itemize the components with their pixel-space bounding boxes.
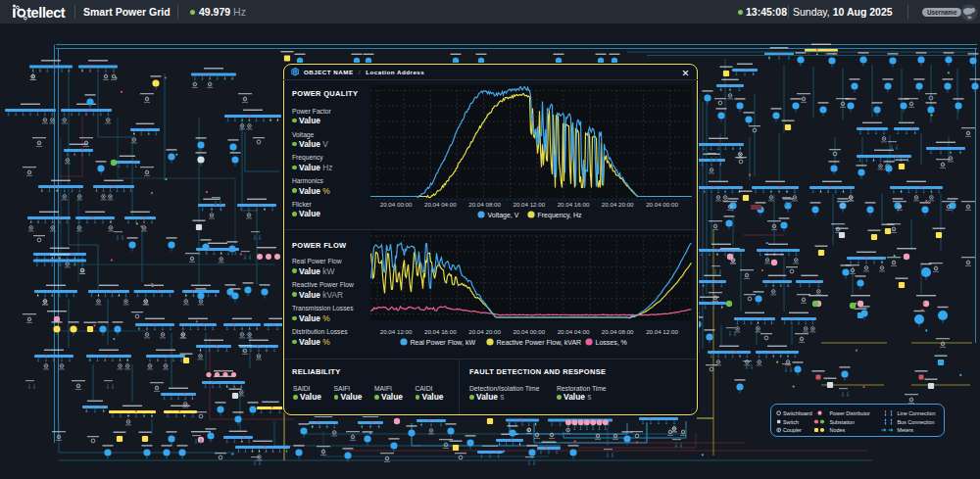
svg-text:20.04 00:00: 20.04 00:00 <box>513 328 545 335</box>
svg-text:20.04 12:00: 20.04 12:00 <box>646 328 678 335</box>
svg-text:20.04 20:00: 20.04 20:00 <box>602 201 634 208</box>
svg-text:20.04 12:00: 20.04 12:00 <box>380 328 413 335</box>
svg-text:20.04 00:00: 20.04 00:00 <box>646 201 678 208</box>
svg-text:Real Power Flow, kW: Real Power Flow, kW <box>411 339 476 346</box>
svg-text:20.04 20:00: 20.04 20:00 <box>468 328 501 335</box>
svg-text:Losses, %: Losses, % <box>596 339 627 346</box>
svg-text:20.04 00:00: 20.04 00:00 <box>380 201 413 208</box>
svg-text:Voltage, V: Voltage, V <box>488 212 519 219</box>
svg-text:20.04 04:00: 20.04 04:00 <box>558 328 590 335</box>
svg-text:20.04 08:00: 20.04 08:00 <box>602 328 634 335</box>
svg-text:20.04 04:00: 20.04 04:00 <box>424 201 457 208</box>
svg-text:20.04 08:00: 20.04 08:00 <box>468 201 501 208</box>
svg-text:Reactive Power Flow, kVAR: Reactive Power Flow, kVAR <box>497 339 582 346</box>
svg-text:20.04 12:00: 20.04 12:00 <box>513 201 545 208</box>
svg-text:20.04 16:00: 20.04 16:00 <box>424 328 457 335</box>
svg-text:Frequency, Hz: Frequency, Hz <box>538 212 582 219</box>
svg-text:tellect: tellect <box>26 5 66 21</box>
svg-text:20.04 16:00: 20.04 16:00 <box>558 201 590 208</box>
